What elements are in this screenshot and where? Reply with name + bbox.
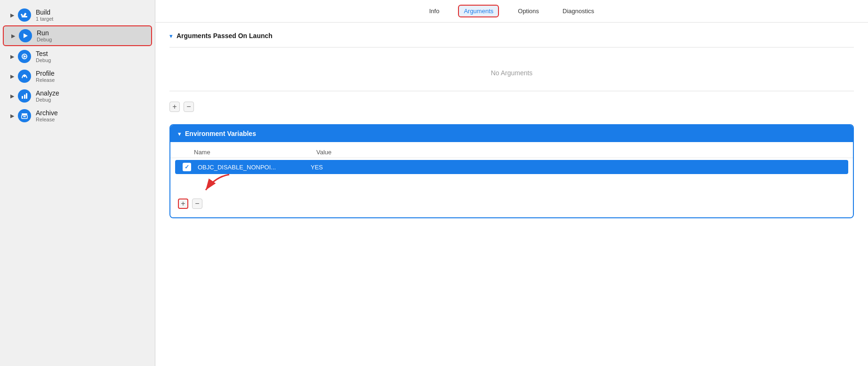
env-row[interactable]: ✓ OBJC_DISABLE_NONPOI... YES (175, 160, 848, 174)
content-area: ▾ Arguments Passed On Launch No Argument… (155, 23, 868, 366)
env-col-name-header: Name (194, 149, 316, 156)
tab-info[interactable]: Info (425, 6, 444, 16)
analyze-subtitle: Debug (36, 97, 59, 103)
section-divider (169, 47, 854, 48)
env-header: ▾ Environment Variables (170, 125, 853, 142)
section-divider-2 (169, 91, 854, 91)
archive-chevron-icon: ▶ (8, 112, 16, 119)
arguments-section-header: ▾ Arguments Passed On Launch (169, 32, 854, 40)
env-add-remove-bar: + − (170, 195, 853, 213)
analyze-icon (21, 92, 28, 100)
svg-rect-8 (24, 95, 25, 99)
arguments-remove-button[interactable]: − (184, 102, 194, 112)
sidebar: ▶ Build 1 target ▶ Run Debug ▶ (0, 0, 155, 366)
profile-chevron-icon: ▶ (8, 72, 16, 80)
arguments-add-remove-bar: + − (169, 99, 854, 115)
no-arguments-message: No Arguments (169, 55, 854, 91)
svg-rect-10 (22, 113, 27, 115)
profile-icon-circle (18, 70, 31, 83)
archive-subtitle: Release (36, 117, 58, 122)
svg-rect-2 (21, 14, 24, 17)
analyze-item-text: Analyze Debug (36, 89, 59, 103)
archive-icon (21, 112, 28, 119)
env-body: Name Value ✓ OBJC_DISABLE_NONPOI... YES (170, 142, 853, 217)
sidebar-item-test[interactable]: ▶ Test Debug (3, 47, 152, 66)
analyze-chevron-icon: ▶ (8, 92, 16, 100)
sidebar-item-profile[interactable]: ▶ Profile Release (3, 67, 152, 86)
test-icon-circle (18, 50, 31, 63)
test-subtitle: Debug (36, 57, 51, 63)
build-label: Build (36, 8, 53, 16)
profile-subtitle: Release (36, 77, 55, 83)
test-chevron-icon: ▶ (8, 53, 16, 60)
tab-diagnostics[interactable]: Diagnostics (558, 6, 599, 16)
env-row-name: OBJC_DISABLE_NONPOI... (198, 164, 311, 171)
env-col-value-header: Value (316, 149, 331, 156)
run-item-text: Run Debug (37, 29, 52, 42)
hammer-icon (21, 11, 28, 19)
test-label: Test (36, 50, 51, 57)
sidebar-item-analyze[interactable]: ▶ Analyze Debug (3, 87, 152, 105)
env-add-button[interactable]: + (178, 199, 188, 209)
svg-rect-7 (22, 96, 23, 99)
env-row-value: YES (311, 164, 323, 171)
svg-marker-5 (24, 55, 26, 58)
chevron-icon: ▶ (8, 11, 16, 19)
test-item-text: Test Debug (36, 50, 51, 63)
arguments-add-button[interactable]: + (169, 102, 180, 112)
svg-point-6 (24, 75, 25, 77)
env-row-checkbox[interactable]: ✓ (183, 163, 191, 171)
main-content: Info Arguments Options Diagnostics ▾ Arg… (155, 0, 868, 366)
build-subtitle: 1 target (36, 16, 53, 22)
profile-label: Profile (36, 70, 55, 77)
arguments-chevron-icon: ▾ (169, 32, 173, 40)
analyze-label: Analyze (36, 89, 59, 97)
run-subtitle: Debug (37, 37, 52, 42)
tab-options[interactable]: Options (513, 6, 544, 16)
arguments-section-title: Arguments Passed On Launch (177, 32, 273, 40)
arrow-annotation (170, 176, 853, 195)
red-arrow-icon (196, 172, 234, 196)
env-chevron-icon: ▾ (178, 130, 181, 137)
build-icon-circle (18, 8, 31, 22)
run-label: Run (37, 29, 52, 37)
env-columns-header: Name Value (170, 147, 853, 158)
sidebar-item-build[interactable]: ▶ Build 1 target (3, 6, 152, 24)
sidebar-item-archive[interactable]: ▶ Archive Release (3, 106, 152, 125)
run-icon-circle (19, 29, 32, 42)
tab-arguments[interactable]: Arguments (458, 5, 499, 17)
build-item-text: Build 1 target (36, 8, 53, 22)
archive-icon-circle (18, 109, 31, 122)
profile-icon (21, 72, 28, 80)
analyze-icon-circle (18, 89, 31, 103)
env-section-title: Environment Variables (185, 130, 256, 137)
archive-label: Archive (36, 109, 58, 117)
env-section: ▾ Environment Variables Name Value ✓ OBJ… (169, 124, 854, 218)
tab-bar: Info Arguments Options Diagnostics (155, 0, 868, 23)
test-icon (21, 53, 28, 60)
svg-rect-12 (23, 116, 26, 117)
play-icon (22, 32, 29, 39)
svg-rect-9 (26, 93, 27, 99)
archive-item-text: Archive Release (36, 109, 58, 122)
env-remove-button[interactable]: − (192, 199, 202, 209)
profile-item-text: Profile Release (36, 70, 55, 83)
sidebar-item-run[interactable]: ▶ Run Debug (3, 25, 152, 46)
checkmark-icon: ✓ (185, 164, 189, 170)
run-chevron-icon: ▶ (9, 32, 17, 40)
svg-marker-3 (24, 33, 28, 38)
